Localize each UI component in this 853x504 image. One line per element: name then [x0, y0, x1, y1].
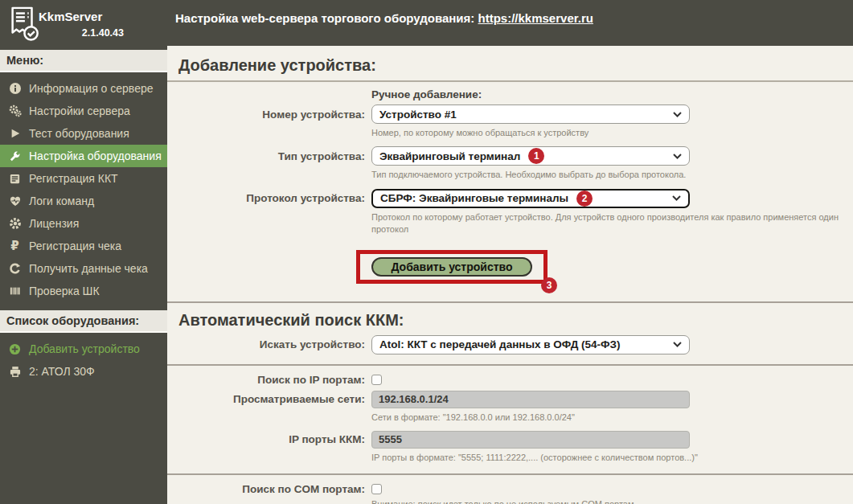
ip-ports-label: IP порты ККМ: — [167, 433, 371, 445]
sidebar-item-add-device[interactable]: Добавить устройство — [0, 338, 167, 360]
sidebar-item-label: Тест оборудования — [29, 126, 129, 141]
networks-input[interactable] — [371, 391, 690, 408]
heading-auto-search: Автоматический поиск ККМ: — [178, 310, 853, 330]
ruble-icon: ₽ — [8, 240, 22, 252]
device-type-value: Эквайринговый терминал — [379, 150, 520, 162]
com-search-help: Внимание: поиск идет только по не исполь… — [371, 498, 842, 504]
sidebar-item-label: Регистрация ККТ — [29, 171, 118, 186]
device-protocol-select[interactable]: СБРФ: Эквайринговые терминалы 2 — [371, 189, 690, 208]
heading-add-device: Добавление устройства: — [178, 55, 853, 75]
search-device-row: Искать устройство: Atol: ККТ с передачей… — [167, 335, 853, 354]
device-type-help: Тип подключаемого устройства. Необходимо… — [371, 169, 842, 181]
annotation-badge-2: 2 — [576, 191, 593, 207]
heartbeat-icon — [8, 195, 22, 207]
equipment-header: Список оборудования: — [0, 310, 167, 333]
device-type-select[interactable]: Эквайринговый терминал 1 — [371, 146, 690, 166]
page-title: Настройка web-сервера торгового оборудов… — [175, 11, 593, 25]
sidebar-item-receipt-data[interactable]: Получить данные чека — [0, 257, 167, 280]
device-protocol-label: Протокол устройства: — [167, 192, 371, 204]
networks-row: Просматриваемые сети: — [167, 391, 853, 408]
com-search-checkbox[interactable] — [371, 484, 382, 494]
annotation-badge-1: 1 — [528, 148, 544, 164]
sidebar-item-label: Проверка ШК — [29, 284, 100, 298]
device-number-select[interactable]: Устройство #1 — [371, 104, 690, 124]
brand: KkmServer 2.1.40.43 — [39, 10, 124, 39]
com-search-label: Поиск по COM портам: — [167, 483, 371, 495]
sidebar-item-label: 2: АТОЛ 30Ф — [29, 364, 95, 379]
site-link[interactable]: https://kkmserver.ru — [478, 11, 593, 25]
annotation-badge-3: 3 — [541, 277, 557, 293]
sidebar-item-barcode-check[interactable]: Проверка ШК — [0, 280, 167, 302]
device-type-row: Тип устройства: Эквайринговый терминал 1 — [167, 146, 853, 166]
sidebar-item-label: Логи команд — [29, 194, 94, 208]
add-device-button[interactable]: Добавить устройство — [371, 257, 532, 277]
sidebar-item-device-atol[interactable]: 2: АТОЛ 30Ф — [0, 360, 167, 383]
sidebar-item-hardware-test[interactable]: Тест оборудования — [0, 122, 167, 145]
menu-header: Меню: — [0, 50, 167, 72]
device-number-row: Номер устройства: Устройство #1 — [167, 104, 853, 124]
refresh-icon — [8, 262, 22, 275]
device-protocol-value: СБРФ: Эквайринговые терминалы — [380, 192, 568, 204]
license-gear-icon — [8, 217, 22, 230]
chevron-down-icon — [672, 195, 681, 201]
manual-add-label: Ручное добавление: — [371, 88, 853, 100]
app-version: 2.1.40.43 — [39, 27, 124, 39]
play-icon — [8, 127, 22, 140]
device-protocol-row: Протокол устройства: СБРФ: Эквайринговые… — [167, 189, 853, 208]
annotation-box: Добавить устройство 3 — [356, 250, 547, 284]
networks-label: Просматриваемые сети: — [167, 393, 371, 405]
section-divider — [167, 473, 853, 475]
app-name: KkmServer — [39, 10, 124, 23]
sidebar: KkmServer 2.1.40.43 Меню: Информация о с… — [0, 0, 167, 504]
device-type-label: Тип устройства: — [167, 150, 371, 162]
sidebar-item-label: Регистрация чека — [29, 239, 121, 253]
heading-rule — [167, 80, 853, 82]
section-divider — [167, 364, 853, 366]
sidebar-item-license[interactable]: Лицензия — [0, 212, 167, 235]
section-divider — [167, 301, 853, 303]
plus-circle-icon — [8, 342, 22, 355]
sidebar-item-kkt-registration[interactable]: Регистрация ККТ — [0, 167, 167, 190]
info-icon — [8, 82, 22, 95]
networks-help: Сети в формате: "192.168.0.0 или 192.168… — [371, 412, 842, 424]
wrench-icon — [8, 150, 22, 162]
app-root: Настройка web-сервера торгового оборудов… — [0, 0, 853, 504]
ip-search-row: Поиск по IP портам: — [167, 374, 853, 386]
sidebar-item-label: Настройка оборудования — [29, 149, 162, 163]
sidebar-item-server-info[interactable]: Информация о сервере — [0, 77, 167, 100]
sidebar-item-label: Лицензия — [29, 216, 79, 231]
device-number-value: Устройство #1 — [379, 109, 457, 121]
printer-icon — [8, 365, 22, 378]
sidebar-item-label: Получить данные чека — [29, 261, 148, 276]
barcode-icon — [8, 285, 22, 297]
menu-list: Информация о сервере Настройки сервера Т… — [0, 72, 167, 304]
sidebar-item-label: Настройки сервера — [29, 104, 130, 118]
sidebar-item-label: Информация о сервере — [29, 81, 154, 96]
chevron-down-icon — [673, 342, 682, 347]
ip-ports-input[interactable] — [371, 431, 690, 449]
equipment-list: Добавить устройство 2: АТОЛ 30Ф — [0, 333, 167, 384]
sidebar-item-receipt-registration[interactable]: ₽ Регистрация чека — [0, 235, 167, 257]
ip-ports-row: IP порты ККМ: — [167, 431, 853, 449]
sidebar-item-command-logs[interactable]: Логи команд — [0, 190, 167, 212]
device-number-label: Номер устройства: — [167, 109, 371, 121]
ip-search-label: Поиск по IP портам: — [167, 374, 371, 386]
sidebar-item-server-settings[interactable]: Настройки сервера — [0, 100, 167, 122]
com-search-row: Поиск по COM портам: — [167, 483, 853, 495]
search-device-value: Atol: ККТ с передачей данных в ОФД (54-Ф… — [379, 338, 621, 350]
search-device-label: Искать устройство: — [167, 338, 371, 350]
device-number-help: Номер, по которому можно обращаться к ус… — [371, 127, 842, 139]
chevron-down-icon — [673, 112, 682, 117]
device-protocol-help: Протокол по которому работает устройство… — [371, 211, 842, 236]
chevron-down-icon — [673, 154, 682, 159]
main-content: Добавление устройства: Ручное добавление… — [167, 46, 853, 504]
sidebar-item-label: Добавить устройство — [29, 342, 140, 356]
page-title-text: Настройка web-сервера торгового оборудов… — [175, 11, 474, 25]
ip-ports-help: IP порты в формате: "5555; 1111:2222,...… — [371, 452, 842, 464]
gears-icon — [8, 104, 22, 117]
ip-search-checkbox[interactable] — [371, 375, 382, 385]
sidebar-item-hardware-setup[interactable]: Настройка оборудования — [0, 145, 167, 167]
receipt-check-logo-icon — [6, 3, 41, 47]
search-device-select[interactable]: Atol: ККТ с передачей данных в ОФД (54-Ф… — [371, 335, 690, 354]
document-icon — [8, 172, 22, 185]
